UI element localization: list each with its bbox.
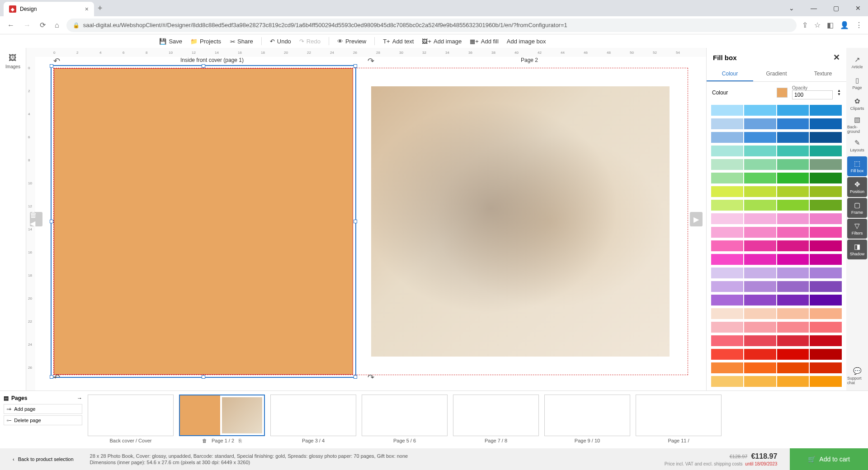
tool-position[interactable]: ✥Position bbox=[847, 177, 867, 197]
colour-swatch[interactable] bbox=[777, 335, 809, 346]
projects-button[interactable]: 📁Projects bbox=[190, 38, 221, 45]
panel-close-icon[interactable]: ✕ bbox=[833, 52, 840, 62]
page-thumbnail[interactable]: Page 7 / 8 bbox=[453, 395, 539, 445]
tab-gradient[interactable]: Gradient bbox=[753, 67, 800, 81]
menu-icon[interactable]: ⋮ bbox=[855, 21, 863, 29]
delete-page-button[interactable]: ▫−Delete page bbox=[4, 415, 82, 425]
colour-swatch[interactable] bbox=[777, 105, 809, 116]
colour-swatch[interactable] bbox=[744, 254, 776, 265]
colour-swatch[interactable] bbox=[744, 362, 776, 373]
colour-swatch[interactable] bbox=[777, 362, 809, 373]
share-page-icon[interactable]: ⇪ bbox=[802, 21, 808, 29]
resize-handle-bm[interactable] bbox=[202, 375, 205, 379]
colour-swatch[interactable] bbox=[711, 335, 743, 346]
thumb-delete-icon[interactable]: 🗑 bbox=[202, 438, 207, 443]
colour-swatch[interactable] bbox=[744, 105, 776, 116]
opacity-stepper-icon[interactable]: ▲▼ bbox=[837, 89, 841, 96]
colour-swatch[interactable] bbox=[810, 213, 842, 224]
wedding-photo[interactable] bbox=[371, 86, 670, 357]
colour-swatch[interactable] bbox=[711, 308, 743, 319]
colour-swatch[interactable] bbox=[777, 308, 809, 319]
colour-swatch[interactable] bbox=[711, 227, 743, 238]
colour-swatch[interactable] bbox=[744, 322, 776, 333]
colour-swatch[interactable] bbox=[744, 200, 776, 211]
colour-swatch[interactable] bbox=[711, 159, 743, 170]
colour-swatch[interactable] bbox=[810, 349, 842, 360]
new-tab-button[interactable]: + bbox=[98, 4, 103, 13]
colour-swatch[interactable] bbox=[810, 118, 842, 129]
colour-swatch[interactable] bbox=[777, 295, 809, 306]
opacity-input[interactable] bbox=[792, 90, 833, 99]
colour-swatch[interactable] bbox=[777, 227, 809, 238]
tool-page[interactable]: ▯Page bbox=[847, 73, 867, 93]
tab-texture[interactable]: Texture bbox=[800, 67, 846, 81]
colour-swatch[interactable] bbox=[810, 105, 842, 116]
colour-swatch[interactable] bbox=[744, 308, 776, 319]
page-thumbnail[interactable]: Page 5 / 6 bbox=[362, 395, 448, 445]
back-to-product-link[interactable]: ‹ Back to product selection bbox=[5, 448, 81, 470]
sidepanel-icon[interactable]: ◧ bbox=[827, 21, 834, 29]
colour-swatch[interactable] bbox=[744, 295, 776, 306]
colour-swatch[interactable] bbox=[744, 268, 776, 278]
tool-background[interactable]: ▧Back-ground bbox=[847, 115, 867, 135]
reload-icon[interactable]: ⟳ bbox=[38, 19, 47, 31]
colour-swatch[interactable] bbox=[810, 186, 842, 197]
colour-swatch[interactable] bbox=[777, 213, 809, 224]
colour-swatch[interactable] bbox=[777, 240, 809, 251]
thumb-copy-icon[interactable]: ⎘ bbox=[239, 438, 242, 443]
resize-handle-br[interactable] bbox=[354, 375, 357, 379]
colour-swatch[interactable] bbox=[810, 132, 842, 143]
tool-cliparts[interactable]: ✿Cliparts bbox=[847, 94, 867, 114]
colour-swatch[interactable] bbox=[744, 335, 776, 346]
add-image-button[interactable]: 🖼+Add image bbox=[422, 38, 462, 45]
colour-swatch[interactable] bbox=[711, 105, 743, 116]
colour-swatch[interactable] bbox=[744, 132, 776, 143]
colour-swatch[interactable] bbox=[711, 200, 743, 211]
colour-swatch[interactable] bbox=[810, 308, 842, 319]
colour-swatch[interactable] bbox=[711, 146, 743, 156]
tool-fillbox[interactable]: ⬚Fill box bbox=[847, 156, 867, 176]
colour-swatch[interactable] bbox=[810, 281, 842, 292]
colour-swatch[interactable] bbox=[777, 173, 809, 183]
back-icon[interactable]: ← bbox=[5, 19, 16, 31]
colour-swatch[interactable] bbox=[777, 132, 809, 143]
save-button[interactable]: 💾Save bbox=[159, 38, 182, 45]
resize-handle-tl[interactable] bbox=[50, 64, 53, 68]
close-icon[interactable]: ✕ bbox=[852, 3, 864, 14]
colour-swatch[interactable] bbox=[777, 349, 809, 360]
page-thumbnail[interactable]: Back cover / Cover bbox=[88, 395, 174, 445]
colour-swatch[interactable] bbox=[777, 268, 809, 278]
colour-swatch[interactable] bbox=[810, 335, 842, 346]
colour-swatch[interactable] bbox=[777, 118, 809, 129]
maximize-icon[interactable]: ▢ bbox=[830, 3, 843, 14]
page-thumbnail[interactable]: Page 3 / 4 bbox=[270, 395, 356, 445]
colour-swatch[interactable] bbox=[810, 240, 842, 251]
add-to-cart-button[interactable]: 🛒 Add to cart bbox=[790, 448, 868, 470]
tool-shadow[interactable]: ◨Shadow bbox=[847, 240, 867, 259]
colour-swatch[interactable] bbox=[810, 200, 842, 211]
colour-swatch[interactable] bbox=[777, 376, 809, 387]
colour-swatch[interactable] bbox=[777, 186, 809, 197]
sidebar-images[interactable]: 🖼 Images bbox=[5, 53, 20, 69]
colour-swatch[interactable] bbox=[711, 281, 743, 292]
add-page-button[interactable]: ▫+Add page bbox=[4, 404, 82, 414]
resize-handle-bl[interactable] bbox=[50, 375, 53, 379]
colour-swatch[interactable] bbox=[810, 146, 842, 156]
colour-swatch[interactable] bbox=[711, 349, 743, 360]
add-fill-button[interactable]: ▦+Add fill bbox=[470, 38, 499, 45]
home-icon[interactable]: ⌂ bbox=[53, 19, 61, 31]
support-chat-button[interactable]: 💬Support chat bbox=[847, 366, 867, 386]
tab-colour[interactable]: Colour bbox=[707, 67, 753, 81]
colour-swatch[interactable] bbox=[711, 213, 743, 224]
add-text-button[interactable]: T+Add text bbox=[383, 38, 414, 45]
preview-button[interactable]: 👁Preview bbox=[337, 38, 366, 45]
canvas[interactable]: ↶ ↷ Inside front cover (page 1) Page 2 bbox=[35, 57, 706, 390]
profile-icon[interactable]: 👤 bbox=[840, 21, 849, 29]
colour-swatch[interactable] bbox=[744, 173, 776, 183]
colour-swatch[interactable] bbox=[810, 268, 842, 278]
colour-swatch[interactable] bbox=[744, 227, 776, 238]
page-thumbnail[interactable]: Page 11 / bbox=[636, 395, 722, 445]
tool-filters[interactable]: ▽Filters bbox=[847, 219, 867, 239]
colour-swatch[interactable] bbox=[744, 213, 776, 224]
colour-swatch[interactable] bbox=[810, 173, 842, 183]
